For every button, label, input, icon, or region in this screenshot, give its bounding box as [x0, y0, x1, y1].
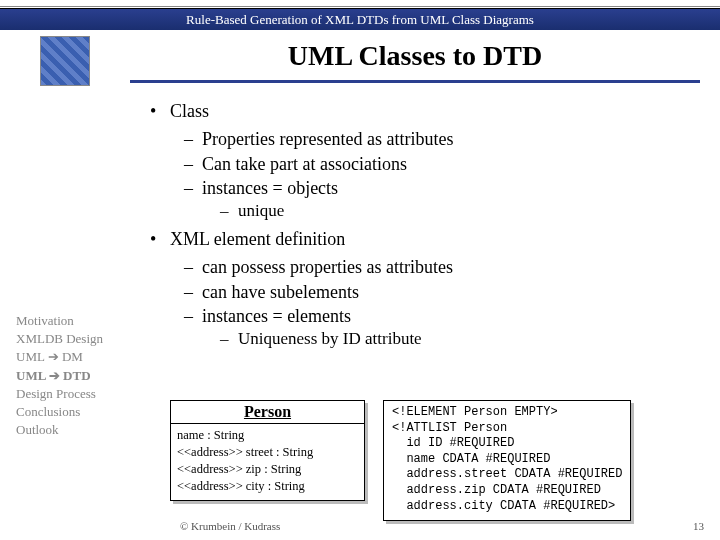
dtd-code-box: <!ELEMENT Person EMPTY> <!ATTLIST Person…	[383, 400, 631, 521]
slide-title: UML Classes to DTD	[130, 40, 700, 72]
header-bar: Rule-Based Generation of XML DTDs from U…	[0, 8, 720, 30]
sidebar-item: Motivation	[16, 312, 136, 330]
uml-attr: name : String	[177, 427, 358, 444]
sidebar-nav: Motivation XMLDB Design UML ➔ DM UML ➔ D…	[16, 312, 136, 439]
bullet-class: Class	[150, 99, 700, 123]
content-area: Class Properties represented as attribut…	[150, 95, 700, 351]
uml-class-box: Person name : String <<address>> street …	[170, 400, 365, 501]
sidebar-item: Design Process	[16, 385, 136, 403]
bullet-item: can have subelements	[184, 280, 700, 304]
uml-attr: <<address>> city : String	[177, 478, 358, 495]
page-number: 13	[693, 520, 704, 532]
uml-class-body: name : String <<address>> street : Strin…	[171, 424, 364, 500]
example-row: Person name : String <<address>> street …	[170, 400, 700, 521]
bullet-item: instances = objects	[184, 176, 700, 200]
bullet-item: Can take part at associations	[184, 152, 700, 176]
logo-icon	[40, 36, 90, 86]
sidebar-item: UML ➔ DM	[16, 348, 136, 366]
uml-class-name: Person	[171, 401, 364, 424]
uml-attr: <<address>> zip : String	[177, 461, 358, 478]
bullet-sub: Uniqueness by ID attribute	[220, 328, 700, 351]
bullet-item: instances = elements	[184, 304, 700, 328]
bullet-xml: XML element definition	[150, 227, 700, 251]
bullet-item: can possess properties as attributes	[184, 255, 700, 279]
sidebar-item: Conclusions	[16, 403, 136, 421]
uml-attr: <<address>> street : String	[177, 444, 358, 461]
title-rule	[130, 80, 700, 83]
sidebar-item: Outlook	[16, 421, 136, 439]
sidebar-item: XMLDB Design	[16, 330, 136, 348]
bullet-sub: unique	[220, 200, 700, 223]
sidebar-item-active: UML ➔ DTD	[16, 367, 136, 385]
footer-copyright: © Krumbein / Kudrass	[180, 520, 280, 532]
bullet-item: Properties represented as attributes	[184, 127, 700, 151]
